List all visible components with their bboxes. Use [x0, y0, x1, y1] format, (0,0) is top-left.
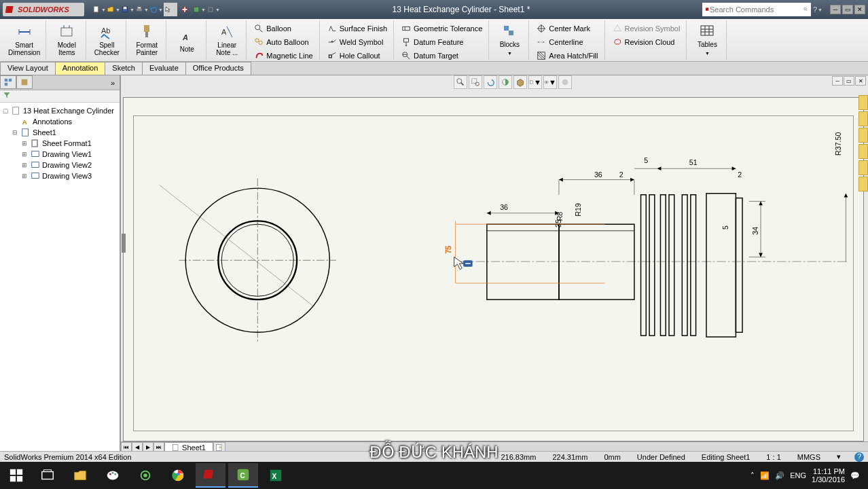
smart-dimension-button[interactable]: Smart Dimension	[7, 22, 41, 58]
tree-drawing-view2[interactable]: ⊞Drawing View2	[1, 160, 118, 170]
tables-button[interactable]: Tables ▼	[692, 22, 722, 58]
display-style-button[interactable]: ▼	[528, 75, 542, 89]
area-hatch-button[interactable]: Area Hatch/Fill	[535, 49, 600, 62]
start-button[interactable]	[3, 463, 30, 488]
tab-sketch[interactable]: Sketch	[105, 62, 143, 75]
tray-language[interactable]: ENG	[790, 471, 806, 479]
taskpane-appearances-button[interactable]	[858, 160, 868, 175]
svg-rect-140	[203, 470, 213, 479]
doc-close-button[interactable]: ✕	[855, 76, 866, 86]
drawing-sheet[interactable]: 36 2 5 51 2 R19 35 R8 36	[133, 115, 854, 431]
centerline-button[interactable]: Centerline	[535, 35, 600, 48]
svg-text:2: 2	[738, 170, 742, 179]
taskpane-file-explorer-button[interactable]	[858, 128, 868, 143]
expand-panel-button[interactable]: »	[106, 75, 120, 90]
excel-taskbar-icon[interactable]: X	[261, 463, 291, 488]
magnetic-line-button[interactable]: Magnetic Line	[252, 49, 315, 62]
tree-drawing-view3[interactable]: ⊞Drawing View3	[1, 170, 118, 181]
help-icon[interactable]: ?▼	[811, 3, 825, 16]
search-icon[interactable]	[803, 5, 808, 14]
hole-callout-button[interactable]: Hole Callout	[325, 49, 389, 62]
tray-volume-icon[interactable]: 🔊	[775, 471, 784, 480]
taskpane-resources-button[interactable]	[858, 95, 868, 110]
tree-annotations[interactable]: AAnnotations	[1, 116, 118, 127]
blocks-button[interactable]: Blocks ▼	[494, 22, 524, 58]
linear-note-button[interactable]: A Linear Note ...	[212, 22, 242, 58]
select-icon[interactable]: ▼	[164, 3, 177, 16]
center-mark-button[interactable]: Center Mark	[535, 22, 600, 35]
svg-text:51: 51	[689, 158, 698, 166]
doc-restore-button[interactable]: ▭	[844, 76, 854, 86]
sw-search-logo-icon	[705, 5, 710, 14]
view-orientation-button[interactable]	[513, 75, 527, 89]
feature-manager-tab[interactable]	[0, 75, 16, 89]
options-icon[interactable]: ▼	[192, 3, 206, 16]
status-units[interactable]: MMGS	[795, 453, 823, 461]
tray-network-icon[interactable]: 📶	[760, 471, 770, 480]
solidworks-taskbar-icon[interactable]	[196, 463, 225, 488]
doc-minimize-button[interactable]: ─	[832, 76, 843, 86]
taskpane-view-palette-button[interactable]	[858, 144, 868, 159]
previous-view-button[interactable]	[484, 75, 497, 89]
minimize-button[interactable]: ─	[830, 5, 841, 14]
file-explorer-taskbar-icon[interactable]	[65, 463, 95, 488]
section-view-button[interactable]	[499, 75, 512, 89]
auto-balloon-button[interactable]: Auto Balloon	[252, 35, 315, 48]
model-items-button[interactable]: Model Items	[52, 22, 82, 58]
print-icon[interactable]: ▼	[135, 3, 149, 16]
tray-show-hidden-icon[interactable]: ˄	[751, 471, 755, 480]
chrome-taskbar-icon[interactable]	[163, 463, 193, 488]
undo-icon[interactable]: ▼	[149, 3, 163, 16]
paint-taskbar-icon[interactable]	[98, 463, 128, 488]
balloon-button[interactable]: Balloon	[252, 22, 315, 35]
taskpane-custom-props-button[interactable]	[858, 177, 868, 192]
tree-sheet-format[interactable]: ⊞Sheet Format1	[1, 138, 118, 149]
datum-target-button[interactable]: Datum Target	[399, 49, 484, 62]
property-manager-tab[interactable]	[16, 75, 33, 89]
task-view-button[interactable]	[33, 463, 62, 488]
revision-cloud-button[interactable]: Revision Cloud	[611, 35, 683, 48]
tray-notifications-icon[interactable]: 💬	[850, 471, 860, 480]
settings-icon[interactable]: ▼	[206, 3, 220, 16]
zoom-fit-button[interactable]	[454, 75, 467, 89]
filter-icon[interactable]	[3, 91, 11, 99]
note-button[interactable]: A Note	[172, 26, 202, 54]
taskpane-design-library-button[interactable]	[858, 111, 868, 126]
tab-annotation[interactable]: Annotation	[55, 62, 106, 75]
maximize-button[interactable]: ▭	[842, 5, 853, 14]
surface-finish-button[interactable]: Surface Finish	[325, 22, 389, 35]
datum-feature-button[interactable]: Datum Feature	[399, 35, 484, 48]
tree-root[interactable]: ▢13 Heat Exchange Cylinder	[1, 105, 118, 116]
zoom-area-button[interactable]	[469, 75, 482, 89]
drawing-canvas[interactable]: 36 2 5 51 2 R19 35 R8 36	[123, 97, 864, 441]
new-icon[interactable]: ▼	[92, 3, 106, 16]
sheet-icon	[20, 128, 31, 137]
feature-manager-panel: » ▢13 Heat Exchange Cylinder AAnnotation…	[0, 75, 121, 452]
open-icon[interactable]: ▼	[107, 3, 120, 16]
search-commands-box[interactable]	[702, 3, 811, 16]
format-painter-button[interactable]: Format Painter	[132, 22, 162, 58]
status-options-icon[interactable]: ▾	[834, 452, 844, 461]
svg-point-76	[562, 79, 568, 86]
svg-point-29	[259, 41, 262, 44]
tree-drawing-view1[interactable]: ⊞Drawing View1	[1, 149, 118, 160]
tree-sheet1[interactable]: ⊟Sheet1	[1, 127, 118, 138]
camtasia-taskbar-icon[interactable]: C	[228, 463, 258, 488]
hide-show-button[interactable]: ▼	[543, 75, 557, 89]
status-help-icon[interactable]: ?	[854, 452, 864, 462]
save-icon[interactable]: ▼	[121, 3, 134, 16]
tab-office-products[interactable]: Office Products	[185, 62, 251, 75]
tray-clock[interactable]: 11:11 PM 1/30/2016	[812, 467, 845, 484]
close-button[interactable]: ✕	[854, 5, 865, 14]
tab-evaluate[interactable]: Evaluate	[142, 62, 186, 75]
geometric-tolerance-button[interactable]: Geometric Tolerance	[399, 22, 484, 35]
svg-rect-34	[403, 26, 410, 30]
scene-button[interactable]	[558, 75, 572, 89]
panel-resize-handle[interactable]	[122, 234, 126, 253]
rebuild-icon[interactable]	[178, 3, 192, 16]
weld-symbol-button[interactable]: Weld Symbol	[325, 35, 389, 48]
orbit-taskbar-icon[interactable]	[130, 463, 160, 488]
tab-view-layout[interactable]: View Layout	[0, 62, 56, 75]
spell-checker-button[interactable]: Ab Spell Checker	[92, 22, 122, 58]
search-input[interactable]	[710, 5, 803, 14]
